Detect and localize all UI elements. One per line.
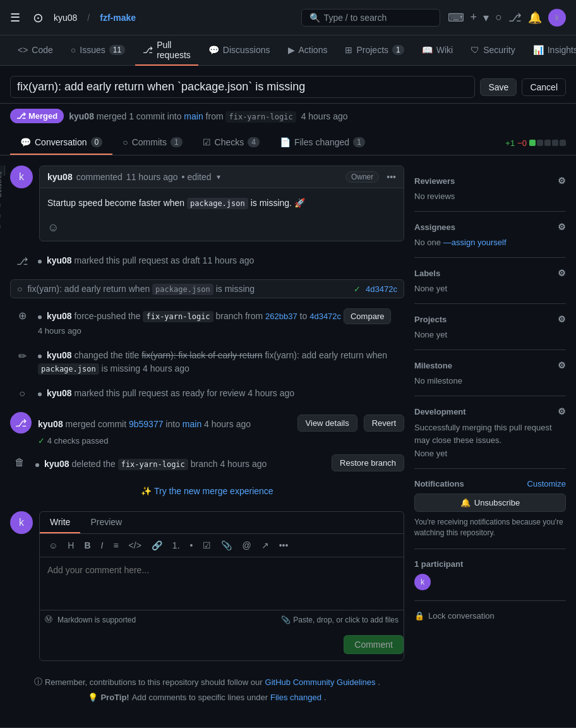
nav-projects[interactable]: ⊞ Projects 1 bbox=[337, 35, 411, 66]
chevron-down-icon[interactable]: ▾ bbox=[483, 11, 489, 25]
plus-icon[interactable]: + bbox=[471, 11, 477, 24]
labels-gear[interactable]: ⚙ bbox=[558, 268, 566, 278]
toolbar-bold[interactable]: B bbox=[80, 538, 94, 553]
projects-gear[interactable]: ⚙ bbox=[558, 314, 566, 324]
nav-pull-requests[interactable]: ⎇ Pull requests bbox=[135, 35, 198, 66]
code-icon: <> bbox=[18, 45, 28, 55]
editor-write-tab[interactable]: Write bbox=[40, 512, 80, 533]
pr-meta: ⎇ Merged kyu08 merged 1 commit into main… bbox=[0, 104, 576, 131]
reviewers-gear[interactable]: ⚙ bbox=[558, 176, 566, 186]
markdown-link[interactable]: Markdown is supported bbox=[57, 616, 136, 624]
comment-author[interactable]: kyu08 bbox=[47, 172, 73, 182]
commit-line: ○ fix(yarn): add early return when packa… bbox=[10, 279, 404, 298]
labels-section: Labels ⚙ None yet bbox=[414, 258, 566, 304]
tab-conversation[interactable]: 💬 Conversation 0 bbox=[10, 131, 112, 155]
draft-author[interactable]: kyu08 bbox=[47, 255, 72, 265]
files-changed-link[interactable]: Files changed bbox=[270, 693, 321, 702]
target-branch-link[interactable]: main bbox=[184, 111, 203, 121]
delete-text: kyu08 deleted the fix-yarn-logic branch … bbox=[35, 455, 325, 471]
nav-code[interactable]: <> Code bbox=[10, 35, 61, 66]
timeline-draft: ⎇ kyu08 marked this pull request as draf… bbox=[10, 252, 404, 270]
milestone-gear[interactable]: ⚙ bbox=[558, 360, 566, 370]
comment-submit-button[interactable]: Comment bbox=[344, 635, 404, 654]
restore-branch-button[interactable]: Restore branch bbox=[332, 454, 404, 471]
tab-checks[interactable]: ☑ Checks 4 bbox=[193, 131, 270, 155]
bell-icon[interactable]: 🔔 bbox=[528, 11, 542, 25]
commit-line-icon: ○ bbox=[17, 284, 22, 294]
diff-add: +1 bbox=[505, 138, 515, 148]
attach-icon: 📎 bbox=[281, 616, 291, 624]
delete-time: 4 hours ago bbox=[220, 459, 267, 469]
comment-textarea[interactable] bbox=[40, 557, 404, 608]
toolbar-more-formatting[interactable]: ••• bbox=[275, 538, 292, 553]
add-comment-section: k Write Preview ☺ H B I ≡ </> 🔗 1. • ☑ bbox=[10, 511, 404, 661]
community-guidelines-link[interactable]: GitHub Community Guidelines bbox=[265, 677, 376, 687]
sparkle-icon: ✨ bbox=[141, 486, 152, 496]
compare-button[interactable]: Compare bbox=[344, 308, 391, 324]
toolbar-mention[interactable]: @ bbox=[238, 538, 255, 553]
toolbar-link[interactable]: 🔗 bbox=[148, 538, 166, 553]
diff-sq-neu-4 bbox=[560, 140, 566, 146]
toolbar-smiley[interactable]: ☺ bbox=[45, 538, 61, 553]
nav-wiki[interactable]: 📖 Wiki bbox=[414, 35, 460, 66]
nav-insights[interactable]: 📊 Insights bbox=[525, 35, 576, 66]
toolbar-ul[interactable]: • bbox=[186, 538, 197, 553]
from-hash[interactable]: 262bb37 bbox=[265, 312, 297, 321]
user-avatar[interactable]: k bbox=[548, 9, 566, 27]
github-logo[interactable]: ⊙ bbox=[33, 10, 44, 25]
edit-author[interactable]: kyu08 bbox=[47, 350, 72, 360]
merge-author[interactable]: kyu08 bbox=[38, 419, 63, 429]
assign-yourself-link[interactable]: —assign yourself bbox=[443, 238, 507, 247]
view-details-button[interactable]: View details bbox=[297, 415, 357, 432]
merge-branch[interactable]: main bbox=[183, 419, 201, 429]
to-hash[interactable]: 4d3472c bbox=[309, 312, 341, 321]
hamburger-icon[interactable]: ☰ bbox=[10, 11, 20, 25]
commit-hash-link[interactable]: 4d3472c bbox=[366, 284, 397, 294]
new-merge-link[interactable]: Try the new merge experience bbox=[154, 486, 273, 496]
toolbar-task[interactable]: ☑ bbox=[199, 538, 215, 553]
search-box[interactable]: 🔍 Type / to search bbox=[301, 9, 440, 27]
emoji-button[interactable]: ☺ bbox=[47, 221, 59, 234]
save-button[interactable]: Save bbox=[480, 78, 517, 96]
nav-discussions[interactable]: 💬 Discussions bbox=[201, 35, 278, 66]
customize-link[interactable]: Customize bbox=[527, 479, 566, 488]
header-username[interactable]: kyu08 bbox=[54, 13, 77, 23]
file-attach[interactable]: 📎 Paste, drop, or click to add files bbox=[281, 616, 399, 624]
nav-issues[interactable]: ○ Issues 11 bbox=[63, 35, 133, 66]
revert-button[interactable]: Revert bbox=[364, 415, 404, 432]
toolbar-ref[interactable]: ↗ bbox=[258, 538, 273, 553]
tab-files-changed[interactable]: 📄 Files changed 1 bbox=[270, 131, 375, 155]
toolbar-italic[interactable]: I bbox=[97, 538, 107, 553]
toolbar-attach[interactable]: 📎 bbox=[217, 538, 236, 553]
push-author[interactable]: kyu08 bbox=[47, 311, 72, 321]
issue-icon[interactable]: ○ bbox=[495, 11, 502, 24]
toolbar-code[interactable]: </> bbox=[125, 538, 145, 553]
lock-conversation-button[interactable]: 🔒 Lock conversation bbox=[414, 611, 566, 621]
sidebar: Reviewers ⚙ No reviews Assignees ⚙ No on… bbox=[414, 166, 566, 717]
delete-author[interactable]: kyu08 bbox=[44, 459, 69, 469]
development-gear[interactable]: ⚙ bbox=[558, 406, 566, 416]
pr-title-input[interactable] bbox=[10, 76, 475, 98]
pr-icon[interactable]: ⎇ bbox=[508, 11, 522, 25]
header-repo[interactable]: fzf-make bbox=[100, 13, 136, 23]
comment-box: kyu08 commented 11 hours ago • edited ▾ … bbox=[39, 166, 404, 241]
assignees-gear[interactable]: ⚙ bbox=[558, 222, 566, 232]
milestone-value: No milestone bbox=[414, 376, 462, 385]
ready-author[interactable]: kyu08 bbox=[47, 388, 72, 398]
delete-dot bbox=[35, 463, 39, 467]
cancel-button[interactable]: Cancel bbox=[522, 78, 566, 96]
tab-commits[interactable]: ○ Commits 1 bbox=[112, 131, 192, 155]
toolbar-heading[interactable]: H bbox=[64, 538, 78, 553]
merge-commit-hash[interactable]: 9b59377 bbox=[129, 419, 164, 429]
comment-avatar: k bbox=[10, 166, 33, 188]
nav-security[interactable]: 🛡 Security bbox=[463, 35, 523, 66]
comment-edited: • edited bbox=[182, 172, 212, 182]
unsubscribe-button[interactable]: 🔔 Unsubscribe bbox=[414, 494, 566, 512]
edited-dropdown-icon[interactable]: ▾ bbox=[217, 173, 220, 181]
terminal-icon[interactable]: ⌨ bbox=[448, 11, 464, 25]
nav-actions[interactable]: ▶ Actions bbox=[280, 35, 335, 66]
toolbar-quote[interactable]: ≡ bbox=[109, 538, 122, 553]
toolbar-ol[interactable]: 1. bbox=[169, 538, 184, 553]
comment-more-button[interactable]: ••• bbox=[387, 172, 396, 182]
editor-preview-tab[interactable]: Preview bbox=[80, 512, 132, 533]
